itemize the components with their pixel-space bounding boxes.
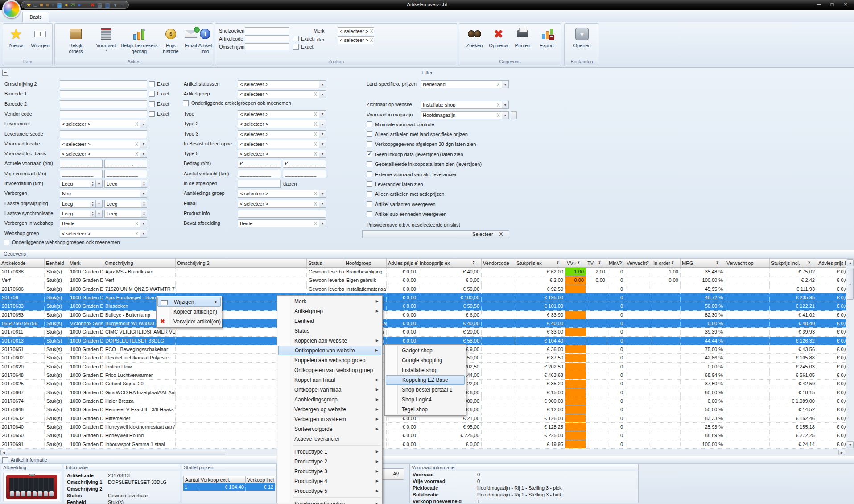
filter-select[interactable]: BeideX▼ xyxy=(238,219,326,227)
chevron-down-icon[interactable]: ▼ xyxy=(319,200,326,207)
column-header[interactable]: Verwacht op xyxy=(725,259,770,267)
clear-icon[interactable]: X xyxy=(495,82,502,87)
clear-icon[interactable]: X xyxy=(133,141,140,147)
selecteer-button[interactable]: SelecteerX xyxy=(362,230,509,238)
table-row[interactable]: 20170611Stuk(s)1000 Graden Du..CIMC VEIL… xyxy=(0,328,854,336)
prijs-historie-button[interactable]: $ Prijs historie xyxy=(160,25,182,59)
column-header[interactable]: MRGΣ xyxy=(681,259,725,267)
column-header[interactable]: Merk xyxy=(68,259,103,267)
column-header[interactable]: Vendorcode xyxy=(482,259,515,267)
filter-range-input[interactable]: ________,__ xyxy=(104,160,147,168)
filter-select[interactable]: < selecteer >X▼ xyxy=(238,120,326,128)
filter-date-select[interactable]: Leeg▲▼▼ xyxy=(60,200,103,208)
table-row[interactable]: 20170650Stuk(s)1000 Graden Du..Honeywell… xyxy=(0,431,854,440)
menu-item[interactable]: Shop bestel portaal 1 xyxy=(386,385,465,395)
chevron-down-icon[interactable]: ▼ xyxy=(502,81,508,88)
vertical-scroll-thumb[interactable]: ≡ xyxy=(847,268,854,300)
column-header[interactable]: Hoofdgroep xyxy=(344,259,387,267)
filter-select[interactable]: HoofdmagazijnX▼ xyxy=(421,111,509,119)
filter-select[interactable]: < selecteer >X▼ xyxy=(60,230,147,238)
filter-input[interactable] xyxy=(60,130,147,138)
menu-item[interactable]: Ontkoppelen van website▶ xyxy=(278,346,381,355)
clear-icon[interactable]: X xyxy=(312,221,319,226)
filter-date-select[interactable]: Leeg▲▼ xyxy=(104,210,147,218)
artikelcode-exact-checkbox[interactable] xyxy=(293,36,299,41)
staffel-column-header[interactable]: Aantal xyxy=(183,476,199,483)
export-button[interactable]: Export xyxy=(535,25,558,59)
vertical-scrollbar[interactable]: ▲ ≡ ▼ xyxy=(846,259,854,449)
clear-icon[interactable]: X xyxy=(312,151,319,157)
column-header[interactable]: Eenheid xyxy=(45,259,68,267)
column-header[interactable]: Omschrijving xyxy=(103,259,176,267)
chevron-down-icon[interactable]: ▼ xyxy=(319,140,326,148)
openen-button[interactable]: ▼ Openen xyxy=(568,25,596,59)
spinner-icon[interactable]: ▲▼ xyxy=(141,210,147,217)
clear-icon[interactable]: X xyxy=(133,221,140,226)
filter-select[interactable]: Nee▼ xyxy=(60,190,147,198)
column-header[interactable]: Stukprijs incl.Σ xyxy=(770,259,817,267)
menu-item[interactable]: Koppelen aan website▶ xyxy=(278,336,381,346)
menu-item[interactable]: Merk▶ xyxy=(278,297,381,306)
artikelcode-input[interactable] xyxy=(245,35,289,42)
filter-input[interactable] xyxy=(60,100,147,108)
spinner-icon[interactable]: ▲▼ xyxy=(141,200,147,207)
chevron-down-icon[interactable]: ▼ xyxy=(319,111,326,118)
chevron-down-icon[interactable]: ▼ xyxy=(502,112,508,119)
column-header[interactable]: TVΣ xyxy=(586,259,607,267)
clear-icon[interactable]: X xyxy=(133,231,140,236)
filter-range-input[interactable]: €________,__ xyxy=(283,160,326,168)
menu-item[interactable]: Tegel shop xyxy=(386,405,465,414)
zoeken-button[interactable]: Zoeken xyxy=(463,25,486,59)
chevron-down-icon[interactable]: ▼ xyxy=(319,190,326,197)
filter-range-input[interactable]: __________ xyxy=(60,170,103,178)
checkbox[interactable] xyxy=(367,171,372,177)
table-row[interactable]: 20170653Stuk(s)1000 Graden Du..Bulleye -… xyxy=(0,311,854,319)
menu-item[interactable]: Synchronisatie opties▶ xyxy=(278,499,381,504)
checkbox[interactable] xyxy=(367,201,372,207)
filter-select[interactable]: < selecteer >X▼ xyxy=(238,190,326,198)
filter-select[interactable]: < selecteer >X▼ xyxy=(60,140,147,148)
filter-select[interactable]: < selecteer >X▼ xyxy=(60,150,147,158)
filter-range-input[interactable]: __________ xyxy=(283,170,326,178)
filter-select[interactable]: Installatie shopX▼ xyxy=(421,101,509,109)
artikel-informatie-collapse-button[interactable]: − xyxy=(2,457,8,463)
scroll-up-button[interactable]: ▲ xyxy=(847,259,854,266)
menu-item[interactable]: Producttype 2▶ xyxy=(278,457,381,467)
spinner-icon[interactable]: ▲▼ xyxy=(90,210,95,217)
scroll-down-button[interactable]: ▼ xyxy=(847,441,854,448)
chevron-down-icon[interactable]: ▼ xyxy=(319,131,326,138)
menu-item[interactable]: ✖Verwijder artikel(en) xyxy=(157,317,221,326)
column-header[interactable]: VV▽Σ xyxy=(565,259,586,267)
filter-input[interactable] xyxy=(60,110,147,118)
chevron-down-icon[interactable]: ▼ xyxy=(319,120,326,128)
filter-date-select[interactable]: Leeg▲▼▼ xyxy=(60,210,103,218)
chevron-down-icon[interactable]: ▼ xyxy=(140,190,147,197)
wijzigen-button[interactable]: I Wijzigen xyxy=(28,25,52,59)
filter-range-input[interactable]: ________,__ xyxy=(60,160,103,168)
menu-item[interactable]: Google shopping xyxy=(386,355,465,365)
column-header[interactable]: VerwachtΣ xyxy=(625,259,652,267)
menu-item[interactable]: Ontkoppelen van webshop groep xyxy=(278,365,381,375)
minimize-button[interactable]: ─ xyxy=(812,0,825,10)
checkbox[interactable] xyxy=(183,100,189,106)
sum-icon[interactable]: Σ xyxy=(473,260,480,265)
menu-item[interactable]: Producttype 5▶ xyxy=(278,486,381,496)
chevron-down-icon[interactable]: ▼ xyxy=(319,150,326,157)
menu-item[interactable]: Koppeling EZ Base xyxy=(386,375,465,385)
filter-select[interactable]: < selecteer > X ▼ xyxy=(338,36,374,44)
staffel-column-header[interactable]: Verkoop incl xyxy=(246,476,275,483)
chevron-down-icon[interactable]: ▼ xyxy=(319,91,326,98)
clear-icon[interactable]: X xyxy=(312,91,319,97)
column-header[interactable]: Artikelcode xyxy=(0,259,45,267)
column-header[interactable]: In orderΣ xyxy=(652,259,681,267)
omschrijving-input[interactable] xyxy=(245,43,289,50)
menu-item[interactable]: Producttype 3▶ xyxy=(278,467,381,476)
clear-icon[interactable]: X xyxy=(312,191,319,196)
filter-select[interactable]: < selecteer >▼ xyxy=(238,80,326,88)
menu-item[interactable]: Verbergen in systeem▶ xyxy=(278,414,381,424)
filter-select[interactable]: < selecteer >X▼ xyxy=(238,90,326,98)
omschrijving-exact-checkbox[interactable] xyxy=(293,44,299,50)
horizontal-scroll-thumb[interactable] xyxy=(8,450,225,455)
filter-date-select[interactable]: Leeg▲▼ xyxy=(104,180,147,188)
menu-item[interactable]: Aanbiedingsgroep▶ xyxy=(278,395,381,405)
